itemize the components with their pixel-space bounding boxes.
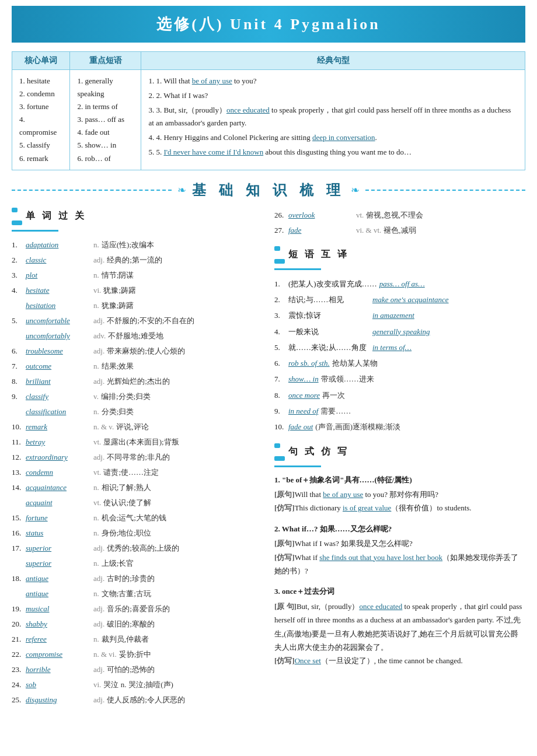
- phrase-en: in amazement: [372, 307, 414, 323]
- word-list-item: 13.condemnvt.谴责;使……注定: [12, 465, 263, 480]
- word-num: 17.: [12, 541, 23, 556]
- word-def: 犹豫;踌躇: [102, 298, 134, 313]
- imit-item-title: 1. "be of＋抽象名词"具有……(特征/属性): [274, 473, 525, 487]
- phrase-list-item: 4.一般来说generally speaking: [274, 324, 525, 340]
- word-num: [12, 495, 23, 510]
- word-num: 24.: [12, 677, 23, 692]
- word-entry: overlook: [288, 208, 353, 223]
- word-entry: compromise: [26, 647, 90, 662]
- vocab-col: 1. hesitate2. condemn3. fortune4. compro…: [12, 70, 70, 170]
- word-def: 机会;运气;大笔的钱: [102, 510, 166, 526]
- imit-icon-bar-narrow: [274, 443, 280, 448]
- word-list-item: 1.adaptationn.适应(性);改编本: [12, 237, 263, 253]
- word-list-item: 15.fortunen.机会;运气;大笔的钱: [12, 510, 263, 526]
- word-num: [12, 556, 23, 571]
- word-entry: status: [26, 526, 90, 541]
- word-list-item: hesitationn.犹豫;踌躇: [12, 298, 263, 313]
- word-pos: n.: [93, 556, 99, 571]
- col-header-phrases: 重点短语: [70, 52, 141, 70]
- word-pos: vt.: [93, 465, 101, 480]
- sentence-item: 2. 2. What if I was?: [148, 89, 518, 102]
- word-list-item: 23.horribleadj.可怕的;恐怖的: [12, 662, 263, 677]
- word-pos: n.: [93, 480, 99, 495]
- phrase-en: generally speaking: [372, 324, 430, 340]
- word-pos: n.: [93, 298, 99, 313]
- phrase-en: make one's acquaintance: [372, 292, 449, 307]
- word-underline: [12, 230, 58, 232]
- phrase-num: 1.: [274, 276, 286, 292]
- word-section-title: 单 词 过 关: [12, 208, 263, 225]
- word-list-item: 18.antiqueadj.古时的;珍贵的: [12, 571, 263, 586]
- phrase-list-item: 8.once more再一次: [274, 387, 525, 403]
- phrase-num: 4.: [274, 324, 286, 340]
- word-def: 光辉灿烂的;杰出的: [107, 374, 170, 389]
- word-pos: vi.: [93, 677, 101, 692]
- word-list-item: 6.troublesomeadj.带来麻烦的;使人心烦的: [12, 344, 263, 359]
- word-list-item: 3.plotn.情节;阴谋: [12, 268, 263, 283]
- word-def: 使人反感的;令人厌恶的: [107, 692, 185, 708]
- word-num: 9.: [12, 389, 23, 404]
- word-num: [12, 586, 23, 601]
- word-def: 音乐的;喜爱音乐的: [107, 601, 170, 617]
- word-num: 3.: [12, 268, 23, 283]
- word-entry: superior: [26, 556, 90, 571]
- phrase-text: once more: [288, 387, 320, 403]
- phrase-cn: 震惊;惊讶: [288, 307, 370, 323]
- word-num: 19.: [12, 601, 23, 617]
- word-num: 27.: [274, 223, 286, 238]
- vocab-item: 6. remark: [19, 152, 62, 165]
- word-list-item: 9.classifyv.编排;分类;归类: [12, 389, 263, 404]
- word-list-item: 8.brilliantadj.光辉灿烂的;杰出的: [12, 374, 263, 389]
- vocab-item: 2. condemn: [19, 88, 62, 100]
- word-pos: vi.: [93, 283, 101, 298]
- imit-item-title: 2. What if…? 如果……又怎么样呢?: [274, 522, 525, 536]
- word-def: 破旧的;寒酸的: [107, 617, 155, 632]
- phrase-num: 6.: [274, 355, 286, 371]
- word-pos: adj.: [93, 450, 104, 465]
- phrase-num: 5.: [274, 340, 286, 355]
- word-list-item: 14.acquaintancen.相识;了解;熟人: [12, 480, 263, 495]
- word-list-item: 20.shabbyadj.破旧的;寒酸的: [12, 617, 263, 632]
- phrase-translation: 再一次: [322, 387, 369, 403]
- main-content: 单 词 过 关 1.adaptationn.适应(性);改编本2.classic…: [12, 208, 525, 708]
- word-pos: adj.: [93, 692, 104, 708]
- divider-line-left: [12, 190, 172, 191]
- sentence-item: 1. 1. Will that be of any use to you?: [148, 75, 518, 88]
- word-pos: n.: [93, 268, 99, 283]
- word-entry: acquaintance: [26, 480, 90, 495]
- word-num: 4.: [12, 283, 23, 298]
- word-pos: n.: [93, 526, 99, 541]
- word-entry: condemn: [26, 465, 90, 480]
- word-pos: adv.: [93, 328, 106, 344]
- word-list-item: 24.sobvi.哭泣 n. 哭泣;抽噎(声): [12, 677, 263, 692]
- word-def: 褪色,减弱: [383, 223, 416, 238]
- word-def: 俯视,忽视,不理会: [366, 208, 423, 223]
- vocab-item: 4. compromise: [19, 113, 62, 139]
- word-entry: classification: [26, 404, 90, 419]
- word-def: 不舒服地;难受地: [108, 328, 163, 344]
- imit-orig: [原句]Will that be of any use to you? 那对你有…: [274, 488, 525, 501]
- leaf-right-icon: ❧: [351, 184, 360, 197]
- phrase-item: 6. rob… of: [77, 152, 134, 165]
- word-list-item: acquaintvt.使认识;使了解: [12, 495, 263, 510]
- phrase-cn: 一般来说: [288, 324, 370, 340]
- word-entry: acquaint: [26, 495, 90, 510]
- imit-section-icon: [274, 443, 285, 461]
- word-entry: fade: [288, 223, 353, 238]
- imit-copy: [仿写]What if she finds out that you have …: [274, 551, 525, 578]
- word-num: 23.: [12, 662, 23, 677]
- word-entry: shabby: [26, 617, 90, 632]
- phrase-item: 3. pass… off as: [77, 113, 134, 126]
- word-num: 25.: [12, 692, 23, 708]
- word-def: 裁判员,仲裁者: [102, 632, 149, 647]
- word-num: [12, 328, 23, 344]
- phrase-num: 7.: [274, 371, 286, 387]
- word-entry: classify: [26, 389, 90, 404]
- sentence-item: 4. 4. Henry Higgins and Colonel Pickerin…: [148, 131, 518, 144]
- word-pos: adj.: [93, 617, 104, 632]
- word-num: [12, 298, 23, 313]
- word-entry: sob: [26, 677, 90, 692]
- word-num: 20.: [12, 617, 23, 632]
- icon-bar-narrow: [12, 208, 18, 212]
- word-entry: antique: [26, 571, 90, 586]
